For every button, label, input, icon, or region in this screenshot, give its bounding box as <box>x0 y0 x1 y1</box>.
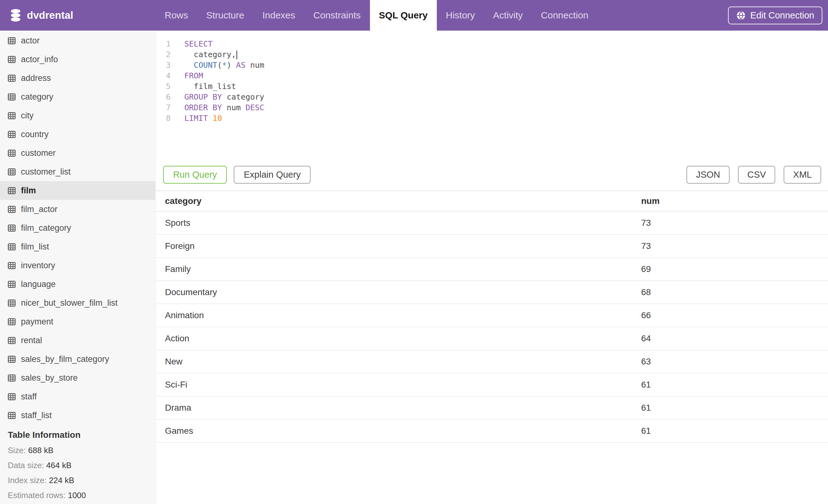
sidebar-item-address[interactable]: address <box>0 69 155 87</box>
sql-token: num <box>246 60 264 70</box>
sidebar-item-country[interactable]: country <box>0 125 155 144</box>
editor-line: 3 COUNT(*) AS num <box>156 60 828 71</box>
table-row[interactable]: Sports73 <box>156 212 828 234</box>
table-information-heading: Table Information <box>0 430 155 440</box>
table-row[interactable]: New63 <box>156 350 828 373</box>
edit-connection-button[interactable]: Edit Connection <box>728 7 822 25</box>
sql-token: GROUP BY <box>184 92 222 101</box>
tab-activity[interactable]: Activity <box>484 0 532 31</box>
table-name: actor <box>21 36 40 46</box>
table-information: Size: 688 kBData size: 464 kBIndex size:… <box>0 443 155 503</box>
sidebar-item-film_category[interactable]: film_category <box>0 219 155 237</box>
cell-num: 61 <box>632 373 828 396</box>
tab-sql-query[interactable]: SQL Query <box>370 0 437 31</box>
table-name: sales_by_store <box>21 373 78 383</box>
table-row[interactable]: Action64 <box>156 327 828 350</box>
table-name: staff_list <box>21 411 52 420</box>
sidebar-item-customer[interactable]: customer <box>0 144 155 163</box>
sidebar-item-film_list[interactable]: film_list <box>0 237 155 256</box>
sql-token: num <box>222 103 245 112</box>
line-number: 4 <box>156 71 171 81</box>
table-row[interactable]: Games61 <box>156 419 828 443</box>
cell-num: 73 <box>632 234 828 258</box>
sql-token: category, <box>184 50 236 59</box>
sql-token: category <box>222 92 264 101</box>
editor-line: 8LIMIT 10 <box>156 113 828 124</box>
table-icon <box>8 393 15 400</box>
tab-rows[interactable]: Rows <box>156 0 197 31</box>
sidebar-item-language[interactable]: language <box>0 275 155 293</box>
table-icon <box>8 337 15 344</box>
sidebar-item-sales_by_store[interactable]: sales_by_store <box>0 368 155 387</box>
cell-num: 69 <box>632 258 828 281</box>
column-header-num: num <box>632 191 828 212</box>
export-json-button[interactable]: JSON <box>687 166 729 184</box>
line-number: 1 <box>156 39 171 49</box>
results-header-row: categorynum <box>156 191 828 212</box>
table-icon <box>8 356 15 363</box>
editor-line: 7ORDER BY num DESC <box>156 102 828 113</box>
table-icon <box>8 374 15 381</box>
editor-line: 2 category, <box>156 49 828 60</box>
code-text: film_list <box>171 81 236 92</box>
tab-history[interactable]: History <box>437 0 484 31</box>
cell-num: 64 <box>632 327 828 350</box>
sidebar-item-category[interactable]: category <box>0 87 155 106</box>
sidebar-item-payment[interactable]: payment <box>0 312 155 331</box>
editor-line: 6GROUP BY category <box>156 92 828 102</box>
cell-num: 63 <box>632 350 828 373</box>
table-row[interactable]: Sci-Fi61 <box>156 373 828 396</box>
tab-constraints[interactable]: Constraints <box>304 0 370 31</box>
sidebar-item-staff_list[interactable]: staff_list <box>0 406 155 425</box>
table-name: language <box>21 279 56 289</box>
sidebar-item-film[interactable]: film <box>0 181 155 200</box>
sidebar-item-inventory[interactable]: inventory <box>0 256 155 275</box>
tab-structure[interactable]: Structure <box>197 0 253 31</box>
run-query-button[interactable]: Run Query <box>163 166 227 184</box>
line-number: 2 <box>156 49 171 60</box>
table-row[interactable]: Foreign73 <box>156 234 828 258</box>
table-info-row: Data size: 464 kB <box>0 458 155 473</box>
cell-category: Action <box>156 327 632 350</box>
sidebar-item-staff[interactable]: staff <box>0 387 155 406</box>
sidebar-item-city[interactable]: city <box>0 106 155 125</box>
export-xml-button[interactable]: XML <box>784 166 821 184</box>
info-value: 464 kB <box>46 461 72 470</box>
sql-editor[interactable]: 1SELECT2 category,3 COUNT(*) AS num4FROM… <box>156 31 828 124</box>
export-csv-button[interactable]: CSV <box>738 166 776 184</box>
sidebar-item-customer_list[interactable]: customer_list <box>0 163 155 181</box>
table-row[interactable]: Documentary68 <box>156 281 828 304</box>
sidebar-item-sales_by_film_category[interactable]: sales_by_film_category <box>0 350 155 368</box>
sql-token: ( <box>217 60 222 70</box>
sidebar-item-film_actor[interactable]: film_actor <box>0 200 155 219</box>
info-value: 1000 <box>68 491 86 500</box>
export-buttons: JSONCSVXML <box>687 166 821 184</box>
info-label: Size: <box>8 446 26 455</box>
sidebar-item-rental[interactable]: rental <box>0 331 155 350</box>
cell-num: 66 <box>632 304 828 327</box>
sql-token: SELECT <box>184 39 212 48</box>
explain-query-button[interactable]: Explain Query <box>234 166 310 184</box>
sidebar-item-nicer_but_slower_film_list[interactable]: nicer_but_slower_film_list <box>0 293 155 312</box>
code-text: FROM <box>171 71 203 81</box>
editor-line: 5 film_list <box>156 81 828 92</box>
table-name: nicer_but_slower_film_list <box>21 298 118 308</box>
table-name: category <box>21 92 53 102</box>
table-row[interactable]: Drama61 <box>156 396 828 419</box>
tab-indexes[interactable]: Indexes <box>253 0 304 31</box>
cell-category: Family <box>156 258 632 281</box>
table-icon <box>8 112 15 119</box>
table-row[interactable]: Animation66 <box>156 304 828 327</box>
tab-connection[interactable]: Connection <box>532 0 597 31</box>
table-row[interactable]: Family69 <box>156 258 828 281</box>
sidebar-item-actor[interactable]: actor <box>0 31 155 50</box>
results-table: categorynum Sports73Foreign73Family69Doc… <box>156 191 828 443</box>
sidebar-item-actor_info[interactable]: actor_info <box>0 50 155 69</box>
sql-token: * <box>222 60 226 70</box>
code-text: SELECT <box>171 39 212 49</box>
cell-num: 68 <box>632 281 828 304</box>
cell-category: Sci-Fi <box>156 373 632 396</box>
sql-token: film_list <box>184 82 236 91</box>
globe-icon <box>736 11 746 20</box>
table-name: payment <box>21 317 53 327</box>
